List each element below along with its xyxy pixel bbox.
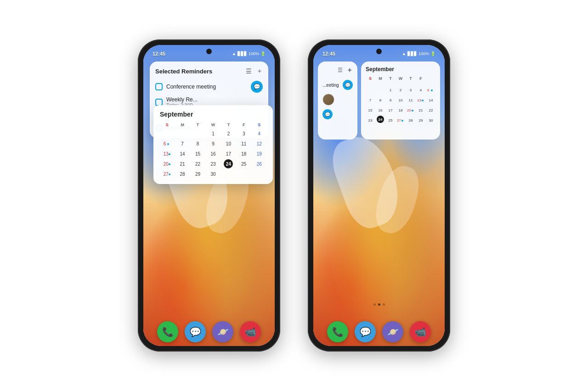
widget-header: Selected Reminders ☰ ＋ bbox=[155, 67, 263, 75]
reminder-item-1[interactable]: Conference meeting 💬 bbox=[155, 79, 263, 95]
messages-app-right[interactable]: 💬 bbox=[355, 321, 376, 342]
browser-app-left[interactable]: 🪐 bbox=[212, 321, 233, 342]
app-dock-right: 📞 💬 🪐 📹 bbox=[327, 318, 431, 345]
nav-buttons-right: ||| ○ ‹ bbox=[361, 345, 397, 346]
youtube-app-left[interactable]: 📹 bbox=[240, 321, 261, 342]
reminder-title-2: Weekly Re... bbox=[166, 96, 198, 103]
status-icons-left: ▲ ▊▊▊ 100% 🔋 bbox=[232, 51, 266, 56]
day-header-s1: S bbox=[160, 122, 174, 128]
bottom-nav-left: 📞 💬 🪐 📹 ||| ○ ‹ bbox=[143, 318, 275, 346]
widget-title: Selected Reminders bbox=[155, 68, 212, 75]
left-phone: 12:45 ▲ ▊▊▊ 100% 🔋 Selected Reminders ☰ … bbox=[138, 39, 280, 352]
battery-icon-r: 🔋 bbox=[430, 51, 435, 56]
camera-notch-left bbox=[206, 49, 212, 54]
signal-icon-r: ▊▊▊ bbox=[407, 51, 417, 56]
nav-buttons-left: ||| ○ ‹ bbox=[191, 345, 227, 346]
status-icons-right: ▲ ▊▊▊ 100% 🔋 bbox=[402, 51, 435, 56]
left-screen: 12:45 ▲ ▊▊▊ 100% 🔋 Selected Reminders ☰ … bbox=[143, 45, 275, 346]
phone-app-right[interactable]: 📞 bbox=[327, 321, 348, 342]
dot-1 bbox=[373, 303, 376, 306]
reminders-widget: Selected Reminders ☰ ＋ Conference meetin… bbox=[150, 61, 268, 138]
reminder-badge-1: 💬 bbox=[251, 81, 263, 93]
right-badge-1: 💬 bbox=[343, 80, 353, 90]
battery-text-r: 100% bbox=[418, 51, 429, 56]
right-reminder-text-1: ...eeting bbox=[322, 83, 339, 88]
app-dock-left: 📞 💬 🪐 📹 bbox=[157, 318, 261, 345]
camera-notch-right bbox=[376, 49, 382, 54]
page-dots-right bbox=[313, 303, 445, 306]
right-calendar-widget: September S M T W T F 1 2 3 4 bbox=[361, 61, 440, 140]
right-reminder-row-3: 💬 bbox=[322, 109, 353, 119]
right-widget-header: ☰ ＋ bbox=[322, 66, 353, 74]
status-bar-left: 12:45 ▲ ▊▊▊ 100% 🔋 bbox=[143, 45, 275, 60]
day-header-f: F bbox=[237, 122, 251, 128]
right-widget-area: ☰ ＋ ...eeting 💬 💬 September S bbox=[318, 61, 440, 140]
time-right: 12:45 bbox=[322, 51, 335, 56]
right-reminders-widget: ☰ ＋ ...eeting 💬 💬 bbox=[318, 61, 357, 140]
messages-app-left[interactable]: 💬 bbox=[185, 321, 206, 342]
wifi-icon: ▲ bbox=[232, 51, 236, 56]
right-today: 24 bbox=[377, 116, 384, 123]
right-add-icon[interactable]: ＋ bbox=[346, 66, 353, 74]
dot-3 bbox=[383, 303, 385, 306]
avatar-circle bbox=[322, 94, 334, 106]
today-date: 24 bbox=[224, 159, 233, 168]
reminder-text-1: Conference meeting bbox=[166, 84, 216, 90]
right-screen: 12:45 ▲ ▊▊▊ 100% 🔋 ☰ ＋ ...eeting 💬 bbox=[313, 45, 445, 346]
cal-month: September bbox=[160, 111, 266, 118]
reminder-title-1: Conference meeting bbox=[166, 84, 216, 90]
checkbox-1[interactable] bbox=[155, 83, 163, 90]
right-reminder-row-2 bbox=[322, 94, 353, 106]
battery-text: 100% bbox=[249, 51, 259, 56]
right-phone: 12:45 ▲ ▊▊▊ 100% 🔋 ☰ ＋ ...eeting 💬 bbox=[308, 39, 450, 352]
battery-icon: 🔋 bbox=[260, 51, 266, 56]
widget-actions: ☰ ＋ bbox=[246, 67, 263, 75]
cal-grid: S M T W T F S 1 2 3 4 bbox=[160, 122, 266, 179]
calendar-popup: September S M T W T F S 1 2 bbox=[153, 105, 273, 184]
browser-app-right[interactable]: 🪐 bbox=[382, 321, 403, 342]
right-cal-month: September bbox=[366, 66, 435, 73]
dot-2-active bbox=[378, 303, 380, 306]
phone-app-left[interactable]: 📞 bbox=[157, 321, 178, 342]
right-list-icon[interactable]: ☰ bbox=[338, 67, 343, 73]
signal-icon: ▊▊▊ bbox=[237, 51, 247, 56]
youtube-app-right[interactable]: 📹 bbox=[410, 321, 431, 342]
status-bar-right: 12:45 ▲ ▊▊▊ 100% 🔋 bbox=[313, 45, 445, 60]
right-badge-3: 💬 bbox=[322, 109, 333, 119]
day-header-s2: S bbox=[252, 122, 266, 128]
day-header-t1: T bbox=[191, 122, 205, 128]
day-header-m: M bbox=[175, 122, 189, 128]
widget-area-left: Selected Reminders ☰ ＋ Conference meetin… bbox=[150, 61, 268, 138]
add-reminder-button[interactable]: ＋ bbox=[256, 67, 263, 75]
day-header-t2: T bbox=[221, 122, 236, 128]
wifi-icon-r: ▲ bbox=[402, 51, 406, 56]
day-header-w: W bbox=[206, 122, 220, 128]
right-reminder-row-1: ...eeting 💬 bbox=[322, 80, 353, 90]
time-left: 12:45 bbox=[153, 51, 165, 56]
bottom-nav-right: 📞 💬 🪐 📹 ||| ○ ‹ bbox=[313, 318, 445, 346]
right-cal-grid: S M T W T F 1 2 3 4 6 7 8 bbox=[366, 75, 435, 135]
list-view-button[interactable]: ☰ bbox=[246, 67, 252, 75]
